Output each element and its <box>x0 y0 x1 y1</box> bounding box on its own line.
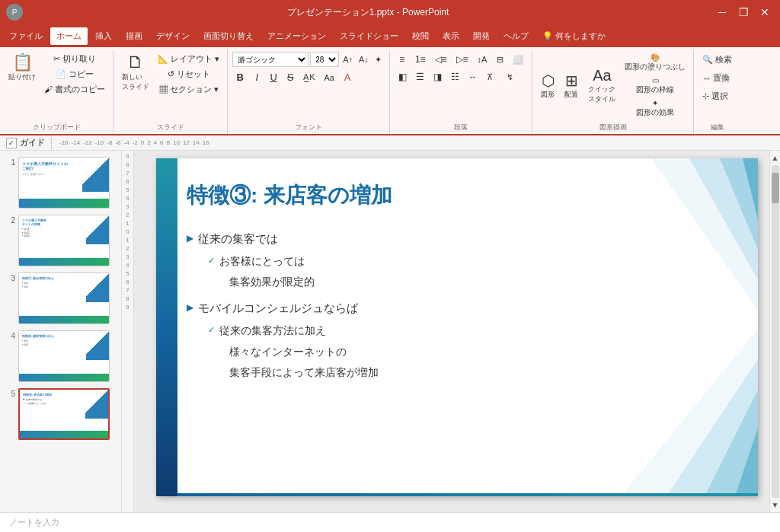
vertical-scrollbar: ▲ ▼ <box>769 151 780 512</box>
main-area: 1 スマホ導入手数料サイトのご紹介 スライド説明テキスト 2 スマホ導入手数料サ… <box>0 151 780 512</box>
restore-button[interactable]: ❐ <box>734 3 753 21</box>
guide-checkbox[interactable]: ✓ <box>6 138 17 148</box>
text-direction-button[interactable]: ↔ <box>465 70 481 84</box>
menu-dev[interactable]: 開発 <box>467 27 496 45</box>
find-button[interactable]: 🔍 検索 <box>698 52 736 68</box>
menu-view[interactable]: 表示 <box>436 27 465 45</box>
align-right-button[interactable]: ◨ <box>430 69 446 84</box>
format-painter-button[interactable]: 🖌 書式のコピー <box>41 82 108 97</box>
scroll-thumb[interactable] <box>772 173 779 203</box>
menu-file[interactable]: ファイル <box>3 27 49 45</box>
minimize-button[interactable]: ─ <box>713 3 731 21</box>
shapes-button[interactable]: ⬡ 図形 <box>537 69 558 102</box>
bullet-1-marker: ▶ <box>187 231 193 247</box>
change-case-button[interactable]: Aa <box>321 71 338 84</box>
reset-button[interactable]: ↺ リセット <box>155 67 222 81</box>
bullets-button[interactable]: ≡ <box>395 52 410 67</box>
copy-button[interactable]: 📄 コピー <box>41 67 108 81</box>
menu-draw[interactable]: 描画 <box>120 27 149 45</box>
font-size-select[interactable]: 28 <box>310 52 339 67</box>
slide-img-3[interactable]: 特徴①: 総合管理の向上 • 項目• 項目 <box>18 272 110 324</box>
profile-icon[interactable]: P <box>6 4 23 21</box>
slide-number-4: 4 <box>5 330 15 340</box>
arrange-button[interactable]: ⊞ 配置 <box>561 69 582 102</box>
decrease-font-button[interactable]: A↓ <box>356 53 371 65</box>
slide-img-4[interactable]: 特徴②: 顧客管理の向上 • 項目• 項目 <box>18 330 110 382</box>
title-bar: P プレゼンテーション1.pptx - PowerPoint ─ ❐ ✕ <box>0 0 780 24</box>
menu-home[interactable]: ホーム <box>50 27 88 45</box>
notes-area[interactable]: ノートを入力 <box>0 512 780 532</box>
shape-outline-button[interactable]: ▭ 図形の枠線 <box>622 75 689 97</box>
bullet-7-text: 集客手段によって来店客が増加 <box>229 366 379 378</box>
close-button[interactable]: ✕ <box>756 3 774 21</box>
new-slide-button[interactable]: 🗋 新しいスライド <box>118 52 153 94</box>
slide-canvas[interactable]: 特徴③: 来店客の増加 ▶ 従来の集客では ✓ お客様にとっては 集客効果が限定… <box>156 158 758 496</box>
quick-styles-button[interactable]: Aa クイックスタイル <box>584 65 619 107</box>
font-spacing-button[interactable]: A̲K <box>299 70 318 84</box>
menu-transitions[interactable]: 画面切り替え <box>197 27 260 45</box>
slide-thumb-3[interactable]: 3 特徴①: 総合管理の向上 • 項目• 項目 <box>5 272 117 324</box>
section-button[interactable]: ▦ セクション ▾ <box>155 82 222 97</box>
scroll-up-button[interactable]: ▲ <box>770 152 780 164</box>
scroll-down-button[interactable]: ▼ <box>770 499 780 511</box>
bullet-4-text: モバイルコンシェルジュならば <box>198 298 358 318</box>
align-text-button[interactable]: ⊼ <box>482 70 497 84</box>
strikethrough-button[interactable]: S <box>283 69 298 85</box>
columns-button[interactable]: ⊟ <box>492 53 507 67</box>
justify-button[interactable]: ☷ <box>447 69 463 84</box>
layout-button[interactable]: 📐 レイアウト ▾ <box>155 52 222 66</box>
notes-placeholder: ノートを入力 <box>9 517 59 528</box>
shape-effect-button[interactable]: ✦ 図形の効果 <box>622 97 689 119</box>
clear-format-button[interactable]: ✦ <box>372 53 385 66</box>
slide-label: スライド <box>118 121 222 134</box>
line-spacing-button[interactable]: ↕A <box>474 53 491 66</box>
decrease-indent-button[interactable]: ◁≡ <box>431 52 451 67</box>
select-button[interactable]: ⊹ 選択 <box>698 88 732 104</box>
slide-thumb-5[interactable]: 5 特徴③: 来店客の増加 ▶ 従来の集客では ✓ お客様にとっては <box>5 388 117 440</box>
paste-label: 貼り付け <box>8 72 36 82</box>
convert-to-smartart-button[interactable]: ↯ <box>499 70 522 84</box>
font-color-button[interactable]: A <box>340 69 355 85</box>
italic-button[interactable]: I <box>249 69 264 85</box>
align-center-button[interactable]: ☰ <box>412 69 428 84</box>
shape-fill-button[interactable]: 🎨 図形の塗りつぶし <box>622 52 689 74</box>
ribbon-group-font-top: 游ゴシック 28 A↑ A↓ ✦ B I U S A̲K Aa A <box>232 50 385 121</box>
scroll-track <box>772 165 779 498</box>
slide-img-5[interactable]: 特徴③: 来店客の増加 ▶ 従来の集客では ✓ お客様にとっては <box>18 388 110 440</box>
slide-bottom-bar <box>177 493 758 496</box>
increase-font-button[interactable]: A↑ <box>340 53 355 65</box>
smartart-button[interactable]: ⬜ <box>509 53 527 67</box>
underline-button[interactable]: U <box>266 69 281 85</box>
cut-button[interactable]: ✂ 切り取り <box>41 52 108 66</box>
bullet-2-text: お客様にとっては <box>219 252 305 271</box>
align-left-button[interactable]: ◧ <box>395 69 411 84</box>
slide-thumb-4[interactable]: 4 特徴②: 顧客管理の向上 • 項目• 項目 <box>5 330 117 382</box>
menu-design[interactable]: デザイン <box>150 27 196 45</box>
slide-img-2[interactable]: スマホ導入手数料サイトの特徴 • 項目1• 項目2• 項目3 <box>18 215 110 266</box>
content-area: 特徴③: 来店客の増加 ▶ 従来の集客では ✓ お客様にとっては 集客効果が限定… <box>134 151 780 512</box>
menu-slideshow[interactable]: スライドショー <box>334 27 404 45</box>
replace-button[interactable]: ↔ 置換 <box>698 70 734 86</box>
menu-animations[interactable]: アニメーション <box>261 27 332 45</box>
slide-thumb-1[interactable]: 1 スマホ導入手数料サイトのご紹介 スライド説明テキスト <box>5 157 117 209</box>
font-name-select[interactable]: 游ゴシック <box>232 52 308 67</box>
slide-number-2: 2 <box>5 215 15 225</box>
ribbon-group-clipboard-top: 📋 貼り付け ✂ 切り取り 📄 コピー 🖌 書式のコピー <box>5 50 108 121</box>
increase-indent-button[interactable]: ▷≡ <box>452 52 472 67</box>
slide-number-1: 1 <box>5 157 15 167</box>
numbering-button[interactable]: 1≡ <box>411 52 430 67</box>
paragraph-label: 段落 <box>395 121 528 134</box>
menu-review[interactable]: 校閲 <box>406 27 435 45</box>
slide-panel: 1 スマホ導入手数料サイトのご紹介 スライド説明テキスト 2 スマホ導入手数料サ… <box>0 151 122 512</box>
paste-button[interactable]: 📋 貼り付け <box>5 52 40 84</box>
bold-button[interactable]: B <box>232 69 248 85</box>
paste-icon: 📋 <box>12 54 33 71</box>
menu-help[interactable]: ヘルプ <box>497 27 535 45</box>
clipboard-label: クリップボード <box>5 121 108 134</box>
slide-img-1[interactable]: スマホ導入手数料サイトのご紹介 スライド説明テキスト <box>18 157 110 209</box>
menu-search[interactable]: 💡 何をしますか <box>536 27 612 45</box>
slide-thumb-2[interactable]: 2 スマホ導入手数料サイトの特徴 • 項目1• 項目2• 項目3 <box>5 215 117 266</box>
slide-deco-left <box>156 158 177 496</box>
menu-insert[interactable]: 挿入 <box>89 27 118 45</box>
new-slide-icon: 🗋 <box>127 54 144 71</box>
